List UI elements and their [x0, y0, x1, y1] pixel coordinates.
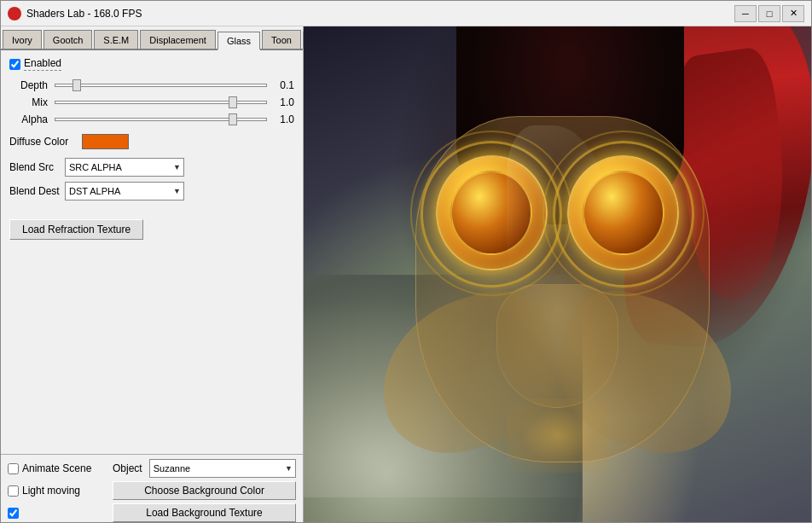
diffuse-color-swatch[interactable] — [82, 134, 129, 149]
mix-value: 1.0 — [270, 96, 294, 108]
window-title: Shaders Lab - 168.0 FPS — [26, 8, 734, 20]
render-background — [304, 26, 811, 522]
main-content: Ivory Gootch S.E.M Displacement Glass To… — [1, 26, 811, 522]
tab-glass[interactable]: Glass — [218, 32, 260, 50]
title-bar: Shaders Lab - 168.0 FPS ─ □ ✕ — [1, 1, 811, 26]
enabled-label[interactable]: Enabled — [24, 57, 61, 71]
render-panel — [304, 26, 811, 522]
window-controls: ─ □ ✕ — [734, 5, 804, 22]
alpha-slider-row: Alpha 1.0 — [9, 113, 294, 125]
animate-scene-checkbox-row: Animate Scene — [8, 462, 106, 474]
mix-slider-track[interactable] — [55, 101, 267, 104]
bottom-row-1: Animate Scene Object Suzanne Cube Sphere… — [8, 459, 296, 478]
main-window: Shaders Lab - 168.0 FPS ─ □ ✕ Ivory Goot… — [0, 0, 812, 523]
mix-slider-row: Mix 1.0 — [9, 96, 294, 108]
alpha-slider-track[interactable] — [55, 118, 267, 121]
app-icon — [8, 7, 21, 20]
depth-value: 0.1 — [270, 79, 294, 91]
bottom-bar: Animate Scene Object Suzanne Cube Sphere… — [1, 454, 303, 522]
alpha-value: 1.0 — [270, 113, 294, 125]
mix-slider-thumb[interactable] — [229, 96, 237, 108]
blend-src-select[interactable]: SRC ALPHA ONE ZERO DST ALPHA ONE_MINUS_S… — [65, 158, 184, 177]
light-moving-checkbox[interactable] — [8, 485, 19, 497]
depth-slider-row: Depth 0.1 — [9, 79, 294, 91]
tab-toon[interactable]: Toon — [262, 30, 301, 49]
object-select-wrapper: Suzanne Cube Sphere Torus — [149, 459, 296, 478]
tab-displacement[interactable]: Displacement — [140, 30, 216, 49]
load-bg-texture-button[interactable]: Load Background Texture — [113, 503, 296, 522]
load-refraction-button[interactable]: Load Refraction Texture — [9, 219, 143, 240]
bottom-row-2: Light moving Choose Background Color — [8, 481, 296, 500]
blend-dest-label: Blend Dest — [9, 185, 65, 197]
bottom-row-3: Load Background Texture — [8, 503, 296, 522]
diffuse-label: Diffuse Color — [9, 136, 82, 148]
close-button[interactable]: ✕ — [782, 5, 804, 22]
tab-sem[interactable]: S.E.M — [94, 30, 138, 49]
mix-label: Mix — [9, 96, 48, 108]
tab-ivory[interactable]: Ivory — [3, 30, 42, 49]
blend-dest-select[interactable]: DST ALPHA ONE ZERO SRC ALPHA ONE_MINUS_S… — [65, 182, 184, 200]
animate-scene-checkbox[interactable] — [8, 463, 19, 474]
light-moving-label[interactable]: Light moving — [22, 485, 80, 497]
light-moving-checkbox-row: Light moving — [8, 485, 106, 497]
load-bg-checkbox-row — [8, 508, 106, 519]
blend-dest-select-wrapper: DST ALPHA ONE ZERO SRC ALPHA ONE_MINUS_S… — [65, 182, 184, 200]
enabled-row: Enabled — [9, 57, 294, 71]
tab-gootch[interactable]: Gootch — [44, 30, 92, 49]
alpha-slider-thumb[interactable] — [229, 113, 237, 125]
tabs-bar: Ivory Gootch S.E.M Displacement Glass To… — [1, 26, 303, 50]
blend-dest-row: Blend Dest DST ALPHA ONE ZERO SRC ALPHA … — [9, 182, 294, 200]
depth-slider-thumb[interactable] — [72, 79, 81, 91]
object-label: Object — [113, 462, 142, 474]
maximize-button[interactable]: □ — [758, 5, 780, 22]
blend-src-select-wrapper: SRC ALPHA ONE ZERO DST ALPHA ONE_MINUS_S… — [65, 158, 184, 177]
left-panel: Ivory Gootch S.E.M Displacement Glass To… — [1, 26, 304, 522]
creature-container — [304, 26, 811, 522]
alpha-label: Alpha — [9, 113, 48, 125]
choose-bg-color-button[interactable]: Choose Background Color — [113, 481, 296, 500]
blend-src-label: Blend Src — [9, 161, 65, 173]
depth-slider-track[interactable] — [55, 84, 267, 87]
object-select[interactable]: Suzanne Cube Sphere Torus — [149, 459, 296, 478]
load-bg-checkbox[interactable] — [8, 508, 19, 519]
enabled-checkbox[interactable] — [9, 59, 20, 70]
amber-glow — [507, 398, 608, 473]
minimize-button[interactable]: ─ — [734, 5, 757, 22]
blend-src-row: Blend Src SRC ALPHA ONE ZERO DST ALPHA O… — [9, 158, 294, 177]
diffuse-color-row: Diffuse Color — [9, 134, 294, 149]
depth-label: Depth — [9, 79, 48, 91]
panel-content: Enabled Depth 0.1 Mix 1.0 — [1, 50, 303, 454]
animate-scene-label[interactable]: Animate Scene — [22, 462, 91, 474]
